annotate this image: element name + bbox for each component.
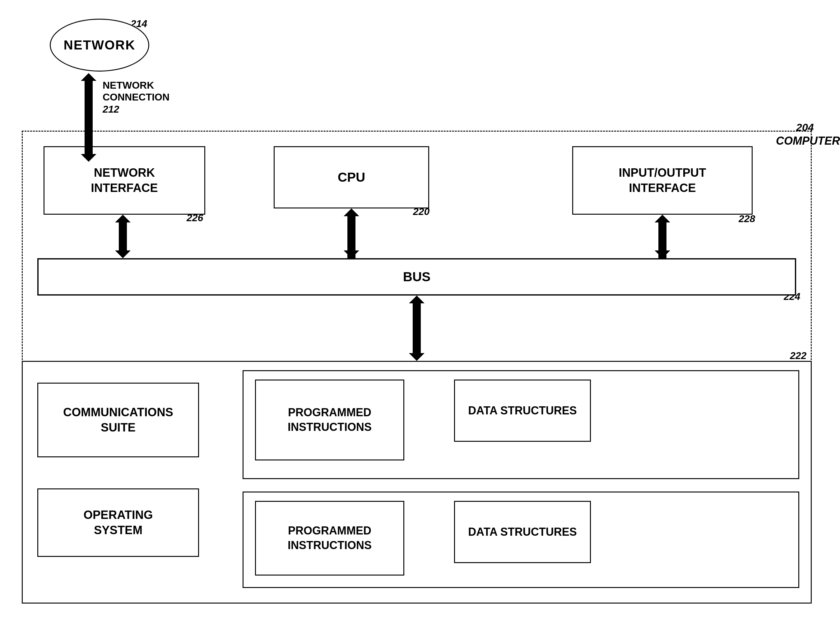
diagram-container: NETWORK 214 NETWORKCONNECTION 212 COMPUT…	[19, 12, 821, 616]
network-connection-text: NETWORKCONNECTION	[102, 80, 169, 103]
prog-instr-236-label: PROGRAMMED INSTRUCTIONS	[288, 405, 372, 435]
svg-marker-3	[81, 73, 96, 81]
network-connection-label: NETWORKCONNECTION 212	[102, 79, 169, 115]
data-struct-244-box: DATA STRUCTURES	[454, 501, 591, 563]
os-label: OPERATING SYSTEM	[83, 507, 153, 538]
comm-suite-box: COMMUNICATIONS SUITE	[37, 382, 199, 457]
network-ellipse: NETWORK	[50, 19, 149, 72]
cpu-label: CPU	[338, 170, 365, 185]
prog-instr-242-box: PROGRAMMED INSTRUCTIONS	[255, 501, 404, 575]
io-interface-box: INPUT/OUTPUT INTERFACE	[572, 146, 753, 215]
network-interface-box: NETWORK INTERFACE	[43, 146, 205, 215]
data-struct-244-label: DATA STRUCTURES	[468, 525, 577, 539]
bus-label: BUS	[403, 269, 431, 285]
cpu-box: CPU	[274, 146, 429, 208]
network-label: NETWORK	[64, 37, 136, 53]
comm-suite-label: COMMUNICATIONS SUITE	[63, 405, 173, 435]
data-struct-238-box: DATA STRUCTURES	[454, 379, 591, 442]
ref-212: 212	[102, 104, 119, 115]
prog-instr-236-box: PROGRAMMED INSTRUCTIONS	[255, 379, 404, 460]
network-interface-label: NETWORK INTERFACE	[91, 165, 158, 196]
io-interface-label: INPUT/OUTPUT INTERFACE	[619, 165, 706, 196]
prog-instr-242-label: PROGRAMMED INSTRUCTIONS	[288, 524, 372, 553]
os-box: OPERATING SYSTEM	[37, 488, 199, 557]
data-struct-238-label: DATA STRUCTURES	[468, 404, 577, 418]
bus-box: BUS	[37, 258, 796, 295]
